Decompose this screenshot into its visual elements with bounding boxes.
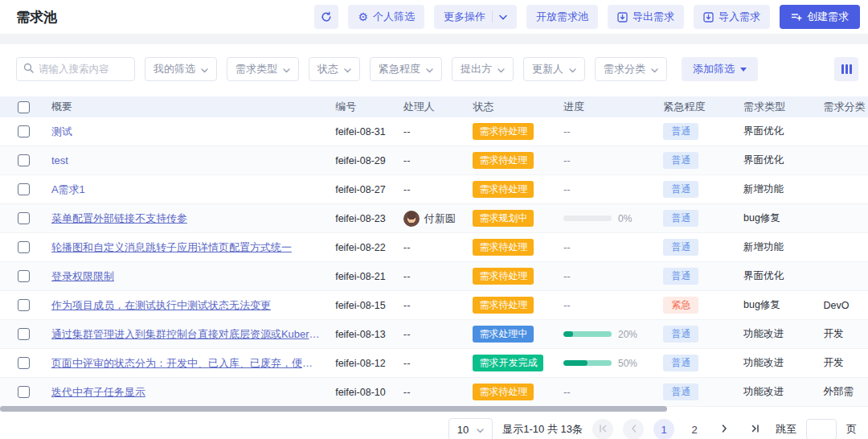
add-filter-button[interactable]: 添加筛选 [682, 57, 758, 81]
table-row[interactable]: 测试 feifei-08-31 -- 需求待处理 -- 普通 界面优化 [0, 117, 868, 146]
export-button[interactable]: 导出需求 [608, 5, 684, 29]
requirement-summary-link[interactable]: 通过集群管理进入到集群控制台直接对底层资源或Kubernetes… [51, 327, 322, 342]
requirement-category: 外部需 [817, 385, 868, 399]
table-row[interactable]: 登录权限限制 feifei-08-21 -- 需求待处理 -- 普通 界面优化 [0, 262, 868, 291]
select-all-checkbox[interactable] [18, 101, 30, 113]
open-pool-button[interactable]: 开放需求池 [526, 5, 598, 29]
requirement-code: feifei-08-12 [329, 358, 397, 369]
refresh-button[interactable] [314, 5, 338, 29]
table-row[interactable]: 轮播图和自定义消息跳转子应用详情页配置方式统一 feifei-08-22 -- … [0, 233, 868, 262]
handler-cell: -- [397, 125, 467, 137]
handler-name: -- [403, 386, 411, 398]
progress-empty: -- [563, 125, 571, 137]
handler-cell: -- [397, 270, 467, 282]
column-header-code[interactable]: 编号 [329, 100, 397, 114]
pagination-summary: 显示1-10 共 13条 [502, 422, 583, 437]
first-page-icon [598, 424, 608, 436]
jump-to-page-input[interactable] [806, 419, 837, 439]
chip-label: 提出方 [461, 62, 492, 76]
column-header-category[interactable]: 需求分类 [817, 100, 868, 114]
requirement-type: 功能改进 [737, 385, 817, 399]
personal-filter-button[interactable]: ⚙ 个人筛选 [348, 5, 424, 29]
row-checkbox[interactable] [18, 357, 30, 369]
row-checkbox[interactable] [18, 183, 30, 195]
chevron-down-icon [477, 424, 484, 436]
table-row[interactable]: 迭代中有子任务显示 feifei-08-10 -- 需求待处理 -- 普通 功能… [0, 378, 868, 407]
filter-chip-proposer[interactable]: 提出方 [452, 57, 514, 81]
requirement-code: feifei-08-13 [329, 329, 397, 340]
table-row[interactable]: 通过集群管理进入到集群控制台直接对底层资源或Kubernetes… feifei… [0, 320, 868, 349]
row-checkbox[interactable] [18, 212, 30, 224]
next-page-button[interactable] [714, 419, 735, 439]
table-row[interactable]: test feifei-08-29 -- 需求待处理 -- 普通 界面优化 [0, 146, 868, 175]
requirement-summary-link[interactable]: 轮播图和自定义消息跳转子应用详情页配置方式统一 [51, 240, 292, 255]
table-row[interactable]: A需求1 feifei-08-27 -- 需求待处理 -- 普通 新增功能 [0, 175, 868, 204]
requirement-summary-link[interactable]: 迭代中有子任务显示 [51, 385, 145, 400]
handler-name: -- [403, 241, 411, 253]
more-actions-button[interactable]: 更多操作 [434, 5, 517, 29]
requirement-summary-link[interactable]: 页面中评审的状态分为：开发中、已入库、已废弃，便于回溯… [51, 356, 322, 371]
progress-empty: -- [563, 386, 571, 398]
create-requirement-button[interactable]: 创建需求 [780, 5, 860, 29]
requirement-summary-link[interactable]: 登录权限限制 [51, 269, 114, 284]
horizontal-scrollbar-thumb[interactable] [0, 406, 667, 412]
progress-bar: 0% [563, 213, 632, 224]
refresh-icon [321, 11, 332, 23]
filter-chip-urgency[interactable]: 紧急程度 [370, 57, 442, 81]
progress-label: 0% [618, 213, 632, 224]
first-page-button[interactable] [592, 419, 613, 439]
row-checkbox[interactable] [18, 241, 30, 253]
progress-bar: 50% [563, 358, 637, 369]
import-button[interactable]: 导入需求 [694, 5, 770, 29]
requirement-summary-link[interactable]: 测试 [51, 125, 72, 139]
search-box[interactable] [16, 57, 135, 81]
handler-name: -- [403, 125, 411, 137]
column-header-urgency[interactable]: 紧急程度 [657, 100, 737, 114]
page-button-2[interactable]: 2 [684, 419, 705, 439]
add-filter-label: 添加筛选 [693, 62, 735, 76]
urgency-badge: 普通 [663, 210, 698, 226]
row-checkbox[interactable] [18, 125, 30, 137]
previous-page-button[interactable] [623, 419, 644, 439]
table-row[interactable]: 页面中评审的状态分为：开发中、已入库、已废弃，便于回溯… feifei-08-1… [0, 349, 868, 378]
horizontal-scrollbar [0, 406, 868, 412]
column-header-progress[interactable]: 进度 [557, 100, 657, 114]
handler-name: -- [403, 270, 411, 282]
filter-chip-status[interactable]: 状态 [309, 57, 360, 81]
column-header-handler[interactable]: 处理人 [397, 100, 467, 114]
requirement-code: feifei-08-22 [329, 242, 397, 253]
search-input[interactable] [39, 64, 128, 75]
requirement-pool-page: 需求池 ⚙ 个人筛选 更多操作 开放需求池 [0, 0, 868, 439]
column-header-summary[interactable]: 概要 [45, 100, 329, 114]
requirement-summary-link[interactable]: A需求1 [51, 183, 85, 197]
progress-fill [563, 360, 588, 366]
table-row[interactable]: 菜单配置外部链接不支持传参 feifei-08-23 付新圆 需求规划中 0% … [0, 204, 868, 233]
page-size-select[interactable]: 10 [448, 418, 493, 439]
table-row[interactable]: 作为项目成员，在测试执行中测试状态无法变更 feifei-08-15 -- 需求… [0, 291, 868, 320]
row-checkbox[interactable] [18, 328, 30, 340]
filter-chip-requirement-type[interactable]: 需求类型 [227, 57, 299, 81]
requirement-summary-link[interactable]: 菜单配置外部链接不支持传参 [51, 211, 187, 226]
filter-chip-category[interactable]: 需求分类 [595, 57, 667, 81]
last-page-button[interactable] [745, 419, 766, 439]
column-header-type[interactable]: 需求类型 [737, 100, 817, 114]
toolbar: ⚙ 个人筛选 更多操作 开放需求池 导出需求 [314, 5, 860, 29]
row-checkbox[interactable] [18, 386, 30, 398]
row-checkbox[interactable] [18, 270, 30, 282]
chevron-down-icon [651, 64, 658, 76]
page-button-1[interactable]: 1 [653, 419, 674, 439]
handler-cell: -- [397, 241, 467, 253]
status-badge: 需求处理中 [473, 326, 534, 342]
row-checkbox[interactable] [18, 154, 30, 166]
requirement-summary-link[interactable]: test [51, 154, 68, 166]
row-checkbox[interactable] [18, 299, 30, 311]
handler-name: -- [403, 299, 411, 311]
column-settings-button[interactable] [834, 57, 858, 81]
requirement-summary-link[interactable]: 作为项目成员，在测试执行中测试状态无法变更 [51, 298, 271, 313]
filter-chip-my-filters[interactable]: 我的筛选 [145, 57, 217, 81]
chevron-down-icon [426, 64, 433, 76]
status-badge: 需求待处理 [473, 239, 534, 255]
filter-chip-updater[interactable]: 更新人 [523, 57, 585, 81]
column-header-status[interactable]: 状态 [466, 100, 557, 114]
next-page-icon [722, 424, 728, 436]
